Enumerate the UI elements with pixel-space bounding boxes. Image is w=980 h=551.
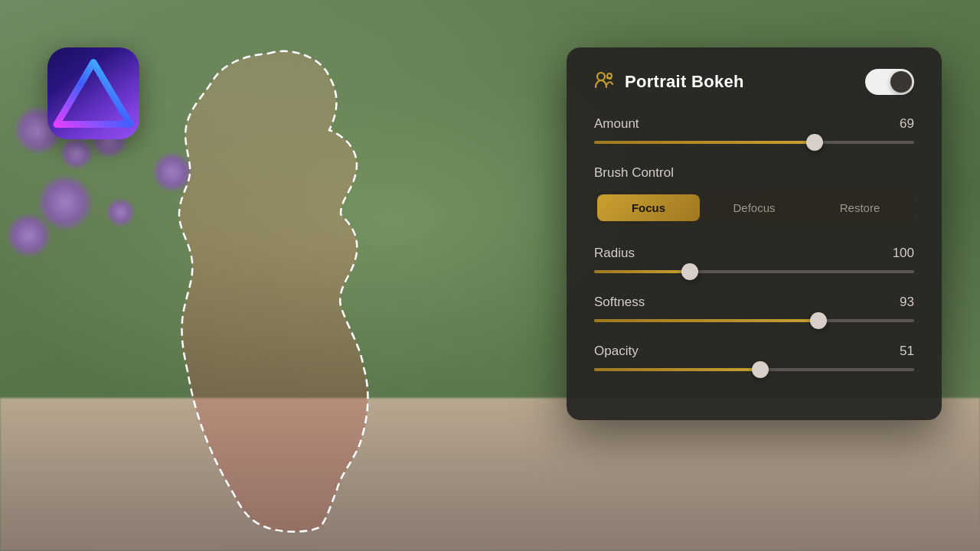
panel-title-group: Portrait Bokeh [594,70,744,93]
opacity-label: Opacity [594,344,639,359]
toggle-knob [890,71,912,93]
softness-label: Softness [594,295,645,310]
portrait-bokeh-icon [594,70,614,93]
opacity-value: 51 [891,344,914,359]
amount-value: 69 [891,116,914,132]
softness-track[interactable] [594,319,914,322]
opacity-slider-row: Opacity 51 [594,344,914,371]
svg-point-2 [607,73,612,78]
softness-fill [594,319,818,322]
brush-control-section: Brush Control Focus Defocus Restore [594,165,914,224]
radius-value: 100 [891,246,914,261]
brush-buttons-group: Focus Defocus Restore [594,191,914,224]
restore-button[interactable]: Restore [808,194,911,221]
opacity-fill [594,368,760,371]
svg-point-1 [597,73,605,80]
amount-fill [594,141,815,144]
portrait-bokeh-panel: Portrait Bokeh Amount 69 Brush Control F… [567,47,942,420]
svg-marker-0 [57,63,130,125]
softness-value: 93 [891,295,914,310]
amount-thumb[interactable] [806,134,823,151]
opacity-thumb[interactable] [752,361,769,378]
opacity-track[interactable] [594,368,914,371]
subject-silhouette [122,31,413,536]
softness-slider-row: Softness 93 [594,295,914,322]
amount-slider-row: Amount 69 [594,116,914,144]
radius-label: Radius [594,246,635,261]
radius-thumb[interactable] [681,263,698,280]
radius-fill [594,270,690,273]
portrait-bokeh-toggle[interactable] [865,69,914,95]
radius-slider-row: Radius 100 [594,246,914,273]
softness-thumb[interactable] [810,312,827,329]
amount-track[interactable] [594,141,914,144]
defocus-button[interactable]: Defocus [703,194,805,221]
panel-header: Portrait Bokeh [594,69,914,95]
focus-button[interactable]: Focus [597,194,700,221]
amount-label: Amount [594,116,639,132]
radius-track[interactable] [594,270,914,273]
panel-title: Portrait Bokeh [625,72,744,92]
brush-control-label: Brush Control [594,165,914,181]
